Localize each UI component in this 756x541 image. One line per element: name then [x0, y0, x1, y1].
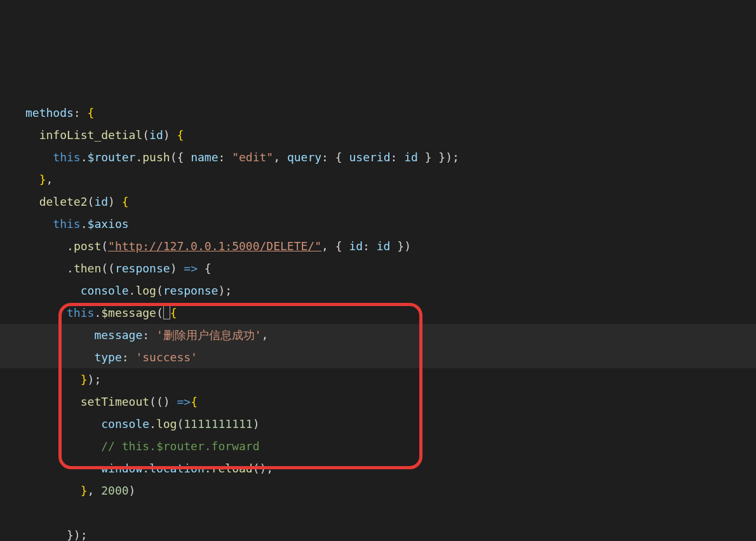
code-line-3: this.$router.push({ name: "edit", query:… — [25, 146, 756, 168]
code-line-10: this.$message({ — [25, 302, 756, 324]
code-line-14: setTimeout(() =>{ — [25, 391, 756, 413]
code-line-19 — [25, 502, 756, 524]
code-line-7: .post("http://127.0.0.1:5000/DELETE/", {… — [25, 235, 756, 257]
code-line-9: console.log(response); — [25, 279, 756, 302]
code-line-1: methods: { — [25, 102, 756, 124]
code-line-12-highlighted: type: 'success' — [0, 346, 756, 368]
cursor — [163, 305, 170, 319]
code-line-20: }); — [25, 524, 756, 541]
code-line-13: }); — [25, 368, 756, 391]
code-editor[interactable]: methods: { infoList_detial(id) { this.$r… — [25, 102, 756, 541]
code-line-17: window.location.reload(); — [25, 457, 756, 479]
code-line-8: .then((response) => { — [25, 257, 756, 279]
code-line-5: delete2(id) { — [25, 190, 756, 213]
code-line-18: }, 2000) — [25, 479, 756, 502]
code-line-4: }, — [25, 168, 756, 190]
code-line-15: console.log(1111111111) — [25, 413, 756, 435]
code-line-2: infoList_detial(id) { — [25, 124, 756, 146]
code-line-11-highlighted: message: '删除用户信息成功', — [0, 324, 756, 346]
code-line-16: // this.$router.forward — [25, 435, 756, 457]
code-line-6: this.$axios — [25, 213, 756, 235]
